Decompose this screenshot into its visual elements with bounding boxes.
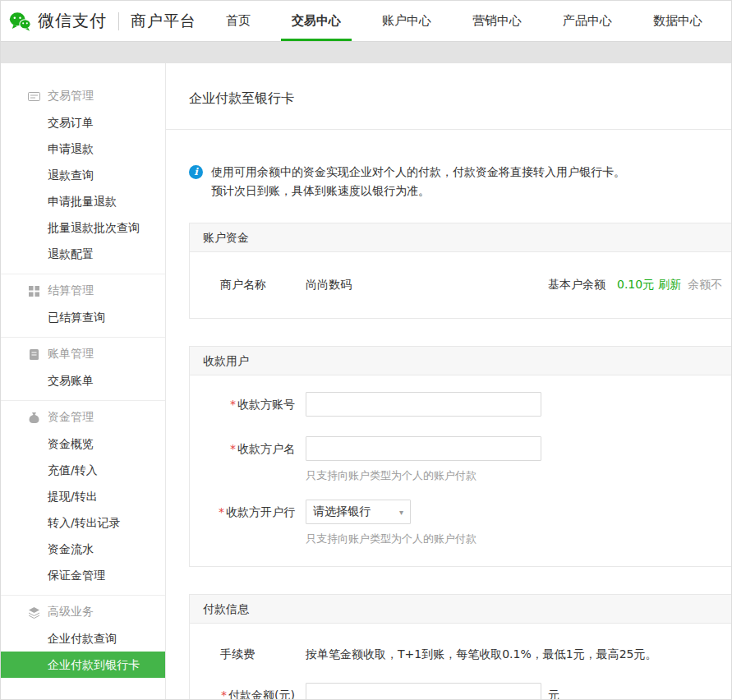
sidebar-group-advanced: 高级业务 企业付款查询 企业付款到银行卡 [1, 595, 165, 684]
sidebar-item-refund-config[interactable]: 退款配置 [1, 241, 165, 267]
payee-name-input[interactable] [306, 436, 541, 461]
payee-account-label: *收款方账号 [203, 392, 295, 417]
sidebar-group-funds: 资金管理 资金概览 充值/转入 提现/转出 转入/转出记录 资金流水 保证金管理 [1, 400, 165, 595]
sidebar-item-funds-overview[interactable]: 资金概览 [1, 431, 165, 457]
sidebar-item-transaction-orders[interactable]: 交易订单 [1, 109, 165, 136]
balance-group: 基本户余额 0.10元 刷新 余额不 [548, 278, 722, 292]
payee-bank-field: 请选择银行 ▾ 只支持向账户类型为个人的账户付款 [306, 500, 476, 546]
sidebar-group-title-transaction: 交易管理 [1, 83, 165, 109]
settlement-management-icon [27, 284, 40, 297]
notice-line-2: 预计次日到账，具体到账速度以银行为准。 [211, 182, 625, 200]
balance-value: 0.10元 [617, 278, 654, 292]
payee-name-row: *收款方户名 只支持向账户类型为个人的账户付款 [190, 436, 731, 483]
payee-name-label: *收款方户名 [203, 436, 295, 461]
funds-management-icon [27, 411, 40, 424]
account-funds-panel: 账户资金 商户名称 尚尚数码 基本户余额 0.10元 刷新 余额不 [189, 223, 731, 319]
notice-text: 使用可用余额中的资金实现企业对个人的付款，付款资金将直接转入用户银行卡。 预计次… [211, 163, 625, 200]
nav-item-transaction-center[interactable]: 交易中心 [271, 1, 361, 41]
sidebar-item-enterprise-payment-query[interactable]: 企业付款查询 [1, 625, 165, 652]
sidebar-group-bill: 账单管理 交易账单 [1, 337, 165, 400]
notice: i 使用可用余额中的资金实现企业对个人的付款，付款资金将直接转入用户银行卡。 预… [189, 163, 731, 200]
info-icon: i [189, 165, 203, 179]
merchant-name-label: 商户名称 [220, 278, 306, 292]
payee-panel-title: 收款用户 [190, 347, 731, 375]
required-mark: * [221, 688, 227, 700]
top-bar: 微信支付 商户平台 首页 交易中心 账户中心 营销中心 产品中心 数据中心 [1, 1, 731, 41]
sidebar-item-withdraw-transfer-out[interactable]: 提现/转出 [1, 483, 165, 509]
amount-label: *付款金额(元) [203, 683, 295, 700]
nav-item-marketing-center[interactable]: 营销中心 [452, 1, 542, 41]
amount-field: 元 [306, 683, 559, 700]
sidebar-item-deposit-management[interactable]: 保证金管理 [1, 562, 165, 588]
fee-value: 按单笔金额收取，T+1到账，每笔收取0.1%，最低1元，最高25元。 [306, 647, 656, 661]
sidebar-item-enterprise-payment-to-bank-card[interactable]: 企业付款到银行卡 [1, 652, 165, 678]
sidebar-group-label: 账单管理 [48, 347, 94, 362]
required-mark: * [230, 398, 236, 411]
sidebar-item-batch-refund[interactable]: 申请批量退款 [1, 188, 165, 214]
sidebar-item-apply-refund[interactable]: 申请退款 [1, 136, 165, 162]
sidebar-group-title-settlement: 结算管理 [1, 278, 165, 304]
sidebar-group-title-funds: 资金管理 [1, 404, 165, 431]
amount-input[interactable] [306, 683, 541, 700]
chevron-down-icon: ▾ [399, 508, 403, 517]
amount-row: *付款金额(元) 元 [190, 683, 731, 700]
sidebar-group-settlement: 结算管理 已结算查询 [1, 274, 165, 337]
content-area: 交易管理 交易订单 申请退款 退款查询 申请批量退款 批量退款批次查询 退款配置… [1, 63, 731, 700]
top-nav: 首页 交易中心 账户中心 营销中心 产品中心 数据中心 [205, 1, 731, 41]
payee-name-field: 只支持向账户类型为个人的账户付款 [306, 436, 541, 483]
sidebar-item-refund-query[interactable]: 退款查询 [1, 162, 165, 188]
sidebar-item-recharge-transfer-in[interactable]: 充值/转入 [1, 457, 165, 483]
fee-label: 手续费 [220, 647, 306, 661]
payee-name-hint: 只支持向账户类型为个人的账户付款 [306, 468, 541, 483]
payment-info-panel-title: 付款信息 [190, 595, 731, 624]
account-funds-panel-title: 账户资金 [190, 223, 731, 252]
payee-bank-row: *收款方开户行 请选择银行 ▾ 只支持向账户类型为个人的账户付款 [190, 500, 731, 546]
notice-line-1: 使用可用余额中的资金实现企业对个人的付款，付款资金将直接转入用户银行卡。 [211, 163, 625, 182]
page-title: 企业付款至银行卡 [166, 63, 731, 130]
sidebar-group-title-bill: 账单管理 [1, 341, 165, 367]
payee-bank-hint: 只支持向账户类型为个人的账户付款 [306, 532, 476, 546]
refresh-balance-link[interactable]: 刷新 [658, 278, 681, 292]
brand: 微信支付 商户平台 [9, 10, 196, 32]
bill-management-icon [27, 348, 40, 361]
payee-panel-body: *收款方账号 *收款方户名 只支持向账户类型为个人的账户付款 *收款方开户行 [190, 375, 731, 566]
required-mark: * [230, 442, 236, 455]
sidebar-item-transfer-records[interactable]: 转入/转出记录 [1, 509, 165, 536]
wechat-pay-logo-icon [9, 12, 31, 31]
sidebar-item-settled-query[interactable]: 已结算查询 [1, 304, 165, 330]
payment-info-panel: 付款信息 手续费 按单笔金额收取，T+1到账，每笔收取0.1%，最低1元，最高2… [189, 594, 731, 700]
nav-item-home[interactable]: 首页 [205, 1, 271, 41]
bank-select[interactable]: 请选择银行 ▾ [306, 500, 411, 524]
sidebar-group-transaction: 交易管理 交易订单 申请退款 退款查询 申请批量退款 批量退款批次查询 退款配置 [1, 80, 165, 274]
brand-platform: 商户平台 [131, 11, 196, 32]
nav-item-product-center[interactable]: 产品中心 [542, 1, 633, 41]
payee-account-field [306, 392, 541, 417]
merchant-name-value: 尚尚数码 [306, 278, 352, 292]
sub-header-band [1, 41, 731, 63]
sidebar-item-batch-refund-query[interactable]: 批量退款批次查询 [1, 214, 165, 241]
payee-panel: 收款用户 *收款方账号 *收款方户名 只支持向账户类型为个人的账户付款 [189, 346, 731, 567]
payee-account-input[interactable] [306, 392, 541, 417]
balance-label: 基本户余额 [548, 278, 605, 292]
nav-item-data-center[interactable]: 数据中心 [633, 1, 723, 41]
sidebar-item-transaction-bill[interactable]: 交易账单 [1, 367, 165, 394]
brand-name: 微信支付 [38, 10, 107, 32]
sidebar-item-funds-flow[interactable]: 资金流水 [1, 536, 165, 562]
balance-note-clipped: 余额不 [688, 278, 722, 292]
payee-account-row: *收款方账号 [190, 392, 731, 417]
fee-row: 手续费 按单笔金额收取，T+1到账，每笔收取0.1%，最低1元，最高25元。 [190, 647, 731, 661]
payee-bank-label: *收款方开户行 [203, 500, 295, 524]
sidebar-group-label: 交易管理 [48, 89, 94, 104]
transaction-management-icon [27, 90, 40, 103]
account-funds-panel-body: 商户名称 尚尚数码 基本户余额 0.10元 刷新 余额不 [190, 252, 731, 318]
brand-separator [118, 12, 119, 30]
sidebar: 交易管理 交易订单 申请退款 退款查询 申请批量退款 批量退款批次查询 退款配置… [1, 63, 166, 700]
sidebar-group-label: 高级业务 [48, 605, 94, 619]
nav-item-account-center[interactable]: 账户中心 [361, 1, 452, 41]
amount-unit: 元 [548, 683, 559, 700]
sidebar-group-label: 结算管理 [48, 283, 94, 298]
payment-info-panel-body: 手续费 按单笔金额收取，T+1到账，每笔收取0.1%，最低1元，最高25元。 *… [190, 624, 731, 700]
advanced-business-icon [27, 606, 40, 619]
required-mark: * [219, 505, 224, 518]
main-content: 企业付款至银行卡 i 使用可用余额中的资金实现企业对个人的付款，付款资金将直接转… [166, 63, 731, 700]
